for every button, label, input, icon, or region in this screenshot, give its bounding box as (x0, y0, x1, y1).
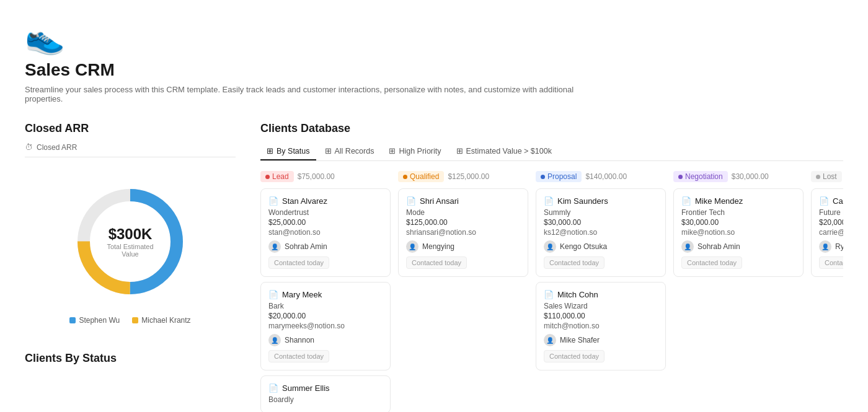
tab-by-status[interactable]: ⊞ By Status (260, 142, 316, 160)
legend-item-stephen: Stephen Wu (69, 316, 120, 325)
arr-label-text: Closed ARR (37, 143, 77, 152)
card-mitch-cohn[interactable]: 📄 Mitch Cohn Sales Wizard $110,000.00 mi… (536, 282, 666, 370)
card-name-carrie: 📄 Carrie Duke (819, 196, 843, 206)
tab-label-estimated-value: Estimated Value > $100k (466, 147, 552, 156)
card-email-kim: ks12@notion.so (544, 228, 658, 237)
tab-icon-high-priority: ⊞ (389, 146, 396, 156)
card-name-stan: 📄 Stan Alvarez (268, 196, 383, 206)
tabs-bar: ⊞ By Status ⊞ All Records ⊞ High Priorit… (260, 142, 843, 161)
avatar-shannon: 👤 (268, 334, 281, 346)
badge-qualified: Qualified (398, 171, 444, 182)
tab-label-by-status: By Status (277, 147, 310, 156)
card-email-shri: shriansari@notion.so (406, 228, 520, 237)
card-email-mitch: mitch@notion.so (544, 322, 658, 330)
lead-amount: $75,000.00 (298, 172, 335, 181)
tab-label-high-priority: High Priority (399, 147, 441, 156)
dot-lead (265, 175, 270, 179)
card-name-shri: 📄 Shri Ansari (406, 196, 520, 206)
card-amount-mike: $30,000.00 (681, 218, 795, 227)
card-owner-mary: 👤 Shannon (268, 334, 383, 346)
closed-arr-label-row: ⏱ Closed ARR (25, 142, 236, 157)
page-title: Sales CRM (25, 60, 843, 80)
legend-label-stephen: Stephen Wu (79, 316, 120, 325)
header-logo: 👟 (25, 19, 843, 56)
card-amount-carrie: $20,000.00 (819, 218, 843, 227)
badge-negotiation: Negotiation (673, 171, 728, 182)
clients-db-title: Clients Database (260, 122, 843, 135)
chart-legend: Stephen Wu Michael Krantz (69, 316, 190, 325)
avatar-sohrab1: 👤 (268, 240, 281, 253)
legend-label-michael: Michael Krantz (141, 316, 190, 325)
card-carrie-duke[interactable]: 📄 Carrie Duke Future Labs $20,000.00 car… (811, 188, 843, 277)
closed-arr-title: Closed ARR (25, 122, 236, 135)
dot-negotiation (678, 175, 683, 179)
column-header-proposal: Proposal $140,000.00 (536, 171, 666, 182)
column-lead: Lead $75,000.00 📄 Stan Alvarez Wondertru… (260, 171, 391, 412)
page-description: Streamline your sales process with this … (25, 85, 583, 103)
card-kim-saunders[interactable]: 📄 Kim Saunders Summly $30,000.00 ks12@no… (536, 188, 666, 277)
card-mike-mendez[interactable]: 📄 Mike Mendez Frontier Tech $30,000.00 m… (673, 188, 804, 277)
card-company-carrie: Future Labs (819, 208, 843, 217)
card-owner-kim: 👤 Kengo Otsuka (544, 240, 658, 253)
avatar-sohrab2: 👤 (681, 240, 694, 253)
card-company-mary: Bark (268, 302, 383, 310)
card-email-mike: mike@notion.so (681, 228, 795, 237)
dot-qualified (403, 175, 407, 179)
tab-estimated-value[interactable]: ⊞ Estimated Value > $100k (450, 142, 558, 160)
chart-container: $300K Total Estimated Value Stephen Wu M… (25, 167, 236, 337)
card-name-mike: 📄 Mike Mendez (681, 196, 795, 206)
tab-all-records[interactable]: ⊞ All Records (319, 142, 381, 160)
tab-icon-all-records: ⊞ (325, 146, 332, 156)
column-qualified: Qualified $125,000.00 📄 Shri Ansari Mode… (398, 171, 528, 412)
card-mary-meek[interactable]: 📄 Mary Meek Bark $20,000.00 marymeeks@no… (260, 282, 391, 370)
column-negotiation: Negotiation $30,000.00 📄 Mike Mendez Fro… (673, 171, 804, 412)
contacted-stan: Contacted today (268, 256, 329, 269)
badge-lead: Lead (260, 171, 294, 182)
qualified-amount: $125,000.00 (448, 172, 489, 181)
column-header-lead: Lead $75,000.00 (260, 171, 391, 182)
dot-proposal (541, 175, 545, 179)
card-amount-stan: $25,000.00 (268, 218, 383, 227)
avatar-mengying: 👤 (406, 240, 418, 253)
contacted-mitch: Contacted today (544, 350, 604, 362)
card-company-mike: Frontier Tech (681, 208, 795, 217)
card-company-mitch: Sales Wizard (544, 302, 658, 310)
contacted-carrie: Contacted today (819, 256, 843, 269)
card-stan-alvarez[interactable]: 📄 Stan Alvarez Wondertrust $25,000.00 st… (260, 188, 391, 277)
column-header-negotiation: Negotiation $30,000.00 (673, 171, 804, 182)
badge-lost: Lost (811, 171, 842, 182)
card-owner-shri: 👤 Mengying (406, 240, 520, 253)
card-amount-mitch: $110,000.00 (544, 312, 658, 320)
page-container: 👟 Sales CRM Streamline your sales proces… (0, 0, 868, 412)
card-shri-ansari[interactable]: 📄 Shri Ansari Mode $125,000.00 shriansar… (398, 188, 528, 277)
contacted-kim: Contacted today (544, 256, 604, 269)
card-company-shri: Mode (406, 208, 520, 217)
contacted-shri: Contacted today (406, 256, 467, 269)
dot-lost (816, 175, 820, 179)
donut-sublabel: Total Estimated Value (99, 243, 161, 258)
card-amount-shri: $125,000.00 (406, 218, 520, 227)
card-email-mary: marymeeks@notion.so (268, 322, 383, 330)
donut-value: $300K (99, 226, 161, 243)
badge-proposal: Proposal (536, 171, 582, 182)
tab-label-all-records: All Records (335, 147, 374, 156)
clients-by-status-title: Clients By Status (25, 352, 236, 365)
card-name-mary: 📄 Mary Meek (268, 290, 383, 299)
card-company-summer: Boardly (268, 395, 383, 404)
card-email-stan: stan@notion.so (268, 228, 383, 237)
legend-dot-yellow (132, 317, 138, 323)
card-amount-mary: $20,000.00 (268, 312, 383, 320)
tab-high-priority[interactable]: ⊞ High Priority (383, 142, 447, 160)
tab-icon-estimated-value: ⊞ (456, 146, 463, 156)
column-proposal: Proposal $140,000.00 📄 Kim Saunders Summ… (536, 171, 666, 412)
proposal-amount: $140,000.00 (585, 172, 627, 181)
card-owner-mitch: 👤 Mike Shafer (544, 334, 658, 346)
kanban-board: Lead $75,000.00 📄 Stan Alvarez Wondertru… (260, 171, 843, 412)
card-summer-ellis[interactable]: 📄 Summer Ellis Boardly (260, 375, 391, 412)
donut-center: $300K Total Estimated Value (99, 226, 161, 258)
card-owner-stan: 👤 Sohrab Amin (268, 240, 383, 253)
left-panel: Closed ARR ⏱ Closed ARR (25, 122, 236, 412)
card-email-carrie: carrie@notion.so (819, 228, 843, 237)
card-name-kim: 📄 Kim Saunders (544, 196, 658, 206)
clock-icon: ⏱ (25, 142, 33, 152)
